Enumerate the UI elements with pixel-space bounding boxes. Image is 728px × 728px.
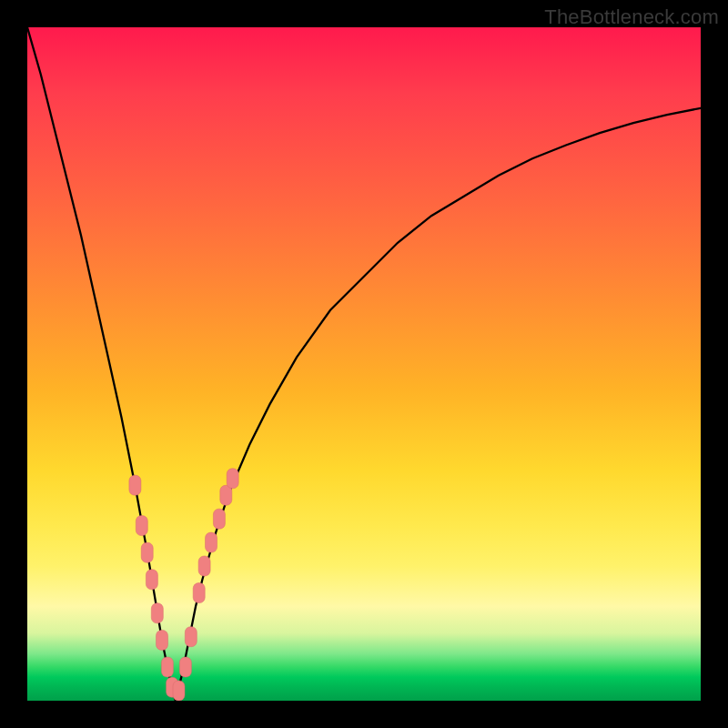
- data-point-marker: [141, 542, 153, 562]
- data-point-marker: [179, 657, 191, 677]
- data-point-marker: [213, 509, 225, 529]
- bottleneck-chart-svg: [27, 27, 701, 701]
- data-point-markers: [129, 469, 238, 701]
- watermark-text: TheBottleneck.com: [544, 5, 719, 29]
- data-point-marker: [151, 603, 163, 623]
- data-point-marker: [227, 469, 238, 489]
- data-point-marker: [193, 583, 205, 603]
- data-point-marker: [146, 570, 157, 590]
- data-point-marker: [157, 630, 168, 650]
- data-point-marker: [198, 556, 210, 576]
- data-point-marker: [185, 627, 197, 647]
- data-point-marker: [173, 681, 185, 701]
- bottleneck-curve: [27, 27, 701, 701]
- data-point-marker: [206, 532, 217, 552]
- plot-area: [27, 27, 701, 701]
- data-point-marker: [129, 475, 141, 495]
- data-point-marker: [136, 516, 147, 536]
- data-point-marker: [161, 657, 173, 677]
- chart-frame: TheBottleneck.com: [0, 0, 728, 728]
